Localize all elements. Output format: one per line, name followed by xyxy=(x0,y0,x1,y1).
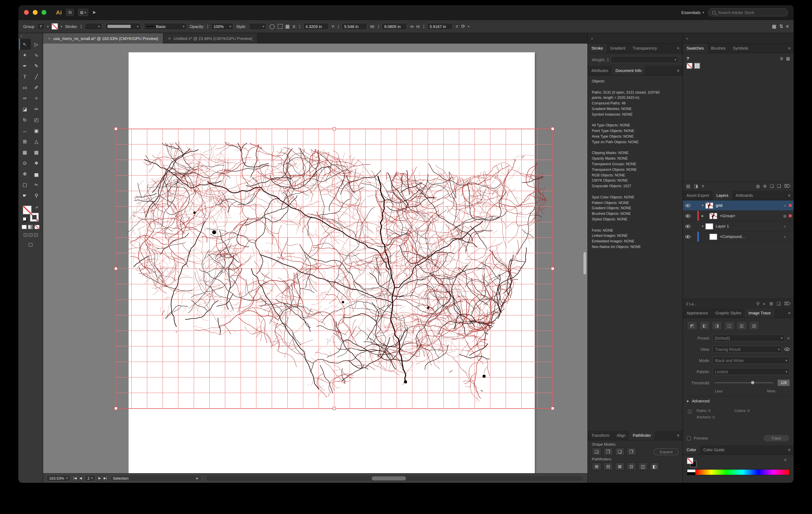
close-icon[interactable]: × xyxy=(168,36,171,41)
preset-menu-icon[interactable]: ≡ xyxy=(787,336,790,340)
artboard-tool[interactable]: ▢ xyxy=(19,179,31,190)
panel-menu-icon[interactable]: ≡ xyxy=(781,458,790,462)
layer-thumbnail[interactable] xyxy=(705,202,713,209)
layer-name[interactable]: <Group> xyxy=(720,214,782,218)
preset-dropdown[interactable]: [Default]▾ xyxy=(713,334,785,342)
<Group>[interactable]: ▶ <Group> ◎ xyxy=(683,211,793,221)
color-spectrum[interactable] xyxy=(687,469,790,475)
chevron-down-icon[interactable]: ▾ xyxy=(47,25,49,28)
fill-proxy[interactable] xyxy=(687,458,693,464)
target-circle-icon[interactable]: ◎ xyxy=(782,214,788,218)
recolor-artwork-icon[interactable]: ◯ xyxy=(269,24,275,29)
constrain-proportions-icon[interactable]: ∞ xyxy=(410,24,414,29)
y-stepper[interactable]: ▴▾ xyxy=(338,24,339,29)
palette-dropdown[interactable]: Limited▾ xyxy=(713,368,790,375)
swatch-libraries-icon[interactable]: ▤ xyxy=(686,184,690,189)
selection-tool[interactable]: ↖ xyxy=(19,39,31,50)
direct-selection-tool[interactable]: ▷ xyxy=(31,39,42,50)
rotate-options-icon[interactable]: ⟳ xyxy=(461,24,465,29)
minus-front-button[interactable]: ❐ xyxy=(603,448,613,456)
document-tab[interactable]: × usa_rivers_no_small.ai* @ 163.53% (CMY… xyxy=(43,33,164,44)
layout-options-button[interactable]: ▥ ▾ xyxy=(78,9,88,16)
target-circle-icon[interactable]: ○ xyxy=(782,235,788,239)
trace-high-color-icon[interactable]: ◧ xyxy=(699,321,710,330)
panel-tab[interactable]: Stroke xyxy=(588,44,607,53)
panel-tab[interactable]: Brushes xyxy=(707,44,729,53)
layer-thumbnail[interactable] xyxy=(709,234,717,240)
brush-definition-dropdown[interactable]: Basic ▾ xyxy=(144,23,187,30)
panel-tab[interactable]: Pathfinder xyxy=(629,431,655,440)
swatch-kinds-icon[interactable]: ◨ xyxy=(694,184,698,189)
preview-checkbox[interactable] xyxy=(687,436,691,440)
first-artboard-button[interactable]: |◀ xyxy=(73,477,77,480)
close-icon[interactable]: × xyxy=(48,36,51,41)
threshold-slider-knob[interactable] xyxy=(751,381,754,384)
scale-tool[interactable]: ◰ xyxy=(31,114,42,125)
locate-object-icon[interactable]: ⚲ xyxy=(756,301,759,306)
outline-button[interactable]: ◫ xyxy=(638,462,648,470)
gradient-mode-button[interactable] xyxy=(28,225,33,229)
symbol-sprayer-tool[interactable]: ❉ xyxy=(19,168,31,179)
minimize-window-button[interactable] xyxy=(33,10,37,15)
free-transform-tool[interactable]: ▣ xyxy=(31,125,42,136)
last-artboard-button[interactable]: ▶| xyxy=(104,477,107,480)
draw-inside-button[interactable] xyxy=(34,233,38,237)
panel-tab[interactable]: Layers xyxy=(713,191,732,200)
trim-button[interactable]: ⊟ xyxy=(603,462,613,470)
status-menu-icon[interactable]: ▶ xyxy=(196,477,198,480)
mesh-tool[interactable]: ▦ xyxy=(19,147,31,158)
isolate-object-icon[interactable] xyxy=(278,24,282,29)
x-stepper[interactable]: ▴▾ xyxy=(299,24,300,29)
target-circle-icon[interactable]: ○ xyxy=(782,204,788,208)
y-value-field[interactable]: 5.548 in xyxy=(342,23,368,30)
swap-fill-stroke-icon[interactable]: ⇄ xyxy=(35,206,38,209)
list-view-icon[interactable]: ≣ xyxy=(780,56,783,61)
panel-menu-icon[interactable]: ≡ xyxy=(674,66,683,75)
style-dropdown[interactable]: ▾ xyxy=(249,23,267,30)
draw-behind-button[interactable] xyxy=(29,233,33,237)
eyedropper-tool[interactable]: ⊙ xyxy=(19,158,31,168)
threshold-slider[interactable] xyxy=(715,382,773,383)
width-tool[interactable]: ↔ xyxy=(19,125,31,136)
search-input[interactable] xyxy=(718,10,784,15)
none-mode-button[interactable] xyxy=(34,225,39,229)
fill-proxy[interactable] xyxy=(23,206,31,214)
align-options-icon[interactable]: ▦ xyxy=(285,24,290,29)
swatch-none[interactable] xyxy=(687,63,693,69)
panel-tab[interactable]: Artboards xyxy=(732,191,756,200)
view-dropdown[interactable]: Tracing Result▾ xyxy=(713,346,782,353)
edit-color-icon[interactable]: ⊛ xyxy=(763,184,766,189)
close-window-button[interactable] xyxy=(24,10,29,15)
line-segment-tool[interactable]: ╱ xyxy=(31,71,42,82)
target-circle-icon[interactable]: ○ xyxy=(782,224,788,228)
chevron-down-icon[interactable]: ▾ xyxy=(468,25,469,28)
color-themes-icon[interactable]: ◍ xyxy=(756,184,760,189)
opacity-stepper[interactable]: ▴▾ xyxy=(207,24,208,29)
layer-thumbnail[interactable] xyxy=(709,213,717,219)
panel-tab[interactable]: Color xyxy=(683,445,700,454)
rotate-tool[interactable]: ↻ xyxy=(19,114,31,125)
hand-tool[interactable]: ☛ xyxy=(19,190,31,201)
delete-layer-icon[interactable]: ⌦ xyxy=(784,301,790,306)
merge-button[interactable]: ⊠ xyxy=(615,462,625,470)
make-mask-icon[interactable]: ◐ xyxy=(763,301,766,306)
trace-button[interactable]: Trace xyxy=(763,434,790,442)
screen-mode-button[interactable]: ▢ xyxy=(28,242,33,247)
panel-tab[interactable]: Document Info xyxy=(612,66,645,75)
panel-tab[interactable]: Gradient xyxy=(607,44,629,53)
grid-view-icon[interactable]: ▦ xyxy=(786,56,790,61)
panel-tab[interactable]: Graphic Styles xyxy=(712,308,745,318)
unite-button[interactable]: ❏ xyxy=(592,448,601,456)
exclude-button[interactable]: ❒ xyxy=(627,448,636,456)
<Compound...[interactable]: <Compound... ○ xyxy=(683,232,793,242)
panel-tab[interactable]: Symbols xyxy=(729,44,752,53)
gradient-tool[interactable]: ▩ xyxy=(31,147,42,158)
black-white-ramp[interactable] xyxy=(687,469,695,475)
zoom-tool[interactable]: ⚲ xyxy=(31,190,42,201)
opacity-dropdown[interactable]: 100%▾ xyxy=(211,23,233,30)
swatch-options-icon[interactable]: ≡ xyxy=(702,184,704,189)
minus-back-button[interactable]: ◧ xyxy=(650,462,659,470)
color-mode-button[interactable] xyxy=(22,225,27,229)
panel-menu-icon[interactable]: ≡ xyxy=(674,44,683,53)
panel-tab[interactable]: Attributes xyxy=(588,66,612,75)
